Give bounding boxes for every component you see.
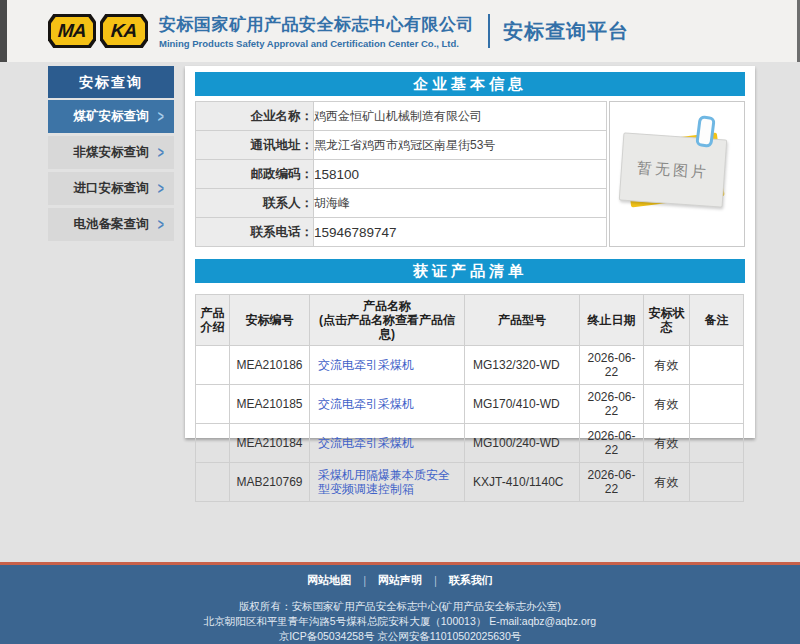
address-label: 通讯地址：	[196, 131, 314, 160]
phone-label: 联系电话：	[196, 218, 314, 247]
company-photo-placeholder: 暂无图片	[609, 101, 745, 247]
site-logo[interactable]: MA KA	[48, 14, 148, 48]
logo-ka-badge: KA	[100, 14, 148, 48]
table-row: 联系人： 胡海峰	[196, 189, 607, 218]
product-name-cell: 交流电牵引采煤机	[310, 385, 465, 424]
footer-links: 网站地图｜网站声明｜联系我们	[0, 573, 800, 588]
copyright-line-3: 京ICP备05034258号 京公网安备11010502025630号	[0, 629, 800, 644]
remark-cell	[690, 424, 744, 463]
copyright-line-1: 版权所有：安标国家矿用产品安全标志中心(矿用产品安全标志办公室)	[0, 599, 800, 614]
sidebar-item-import-query[interactable]: 进口安标查询 >	[48, 172, 174, 205]
page-title: 安标查询平台	[503, 18, 629, 45]
product-name-link[interactable]: 交流电牵引采煤机	[318, 397, 414, 411]
end-date-cell: 2026-06-22	[580, 463, 644, 502]
sidebar-item-noncoal-query[interactable]: 非煤安标查询 >	[48, 136, 174, 169]
product-intro-cell	[196, 424, 230, 463]
end-date-cell: 2026-06-22	[580, 346, 644, 385]
footer-link-contact[interactable]: 联系我们	[449, 574, 493, 586]
col-remark: 备注	[690, 295, 744, 346]
header-divider	[488, 14, 490, 48]
contact-person-label: 联系人：	[196, 189, 314, 218]
sidebar-item-label: 非煤安标查询	[74, 144, 149, 161]
product-name-link[interactable]: 交流电牵引采煤机	[318, 358, 414, 372]
cert-number-cell: MEA210186	[230, 346, 310, 385]
product-intro-cell	[196, 463, 230, 502]
no-image-text: 暂无图片	[636, 158, 709, 182]
sidebar-title: 安标查询	[48, 66, 174, 98]
table-row: MEA210185 交流电牵引采煤机 MG170/410-WD 2026-06-…	[196, 385, 744, 424]
copyright-line-2: 北京朝阳区和平里青年沟路5号煤科总院安科大厦（100013） E-mail:aq…	[0, 614, 800, 629]
company-info-area: 企业名称： 鸡西金恒矿山机械制造有限公司 通讯地址： 黑龙江省鸡西市鸡冠区南星街…	[195, 101, 745, 247]
end-date-cell: 2026-06-22	[580, 424, 644, 463]
footer-link-sitemap[interactable]: 网站地图	[307, 574, 351, 586]
logo-ka-text: KA	[110, 20, 137, 42]
cert-number-cell: MAB210769	[230, 463, 310, 502]
product-name-cell: 交流电牵引采煤机	[310, 346, 465, 385]
logo-ma-badge: MA	[48, 14, 96, 48]
chevron-right-icon: >	[158, 143, 164, 162]
chevron-right-icon: >	[158, 179, 164, 198]
table-row: 联系电话： 15946789747	[196, 218, 607, 247]
footer-separator: ｜	[359, 574, 370, 586]
status-cell: 有效	[644, 385, 690, 424]
product-model-cell: KXJT-410/1140C	[465, 463, 580, 502]
table-header-row: 产品介绍 安标编号 产品名称 (点击产品名称查看产品信息) 产品型号 终止日期 …	[196, 295, 744, 346]
product-model-cell: MG170/410-WD	[465, 385, 580, 424]
col-product-name-title: 产品名称	[312, 299, 462, 313]
window-edge-left	[0, 0, 7, 62]
product-model-cell: MG100/240-WD	[465, 424, 580, 463]
table-row: 通讯地址： 黑龙江省鸡西市鸡冠区南星街53号	[196, 131, 607, 160]
main-content-panel: 企业基本信息 企业名称： 鸡西金恒矿山机械制造有限公司 通讯地址： 黑龙江省鸡西…	[185, 66, 755, 438]
org-name-cn: 安标国家矿用产品安全标志中心有限公司	[159, 13, 474, 36]
company-info-table: 企业名称： 鸡西金恒矿山机械制造有限公司 通讯地址： 黑龙江省鸡西市鸡冠区南星街…	[195, 101, 607, 247]
status-cell: 有效	[644, 346, 690, 385]
phone-value: 15946789747	[314, 218, 607, 247]
remark-cell	[690, 385, 744, 424]
col-product-name-note: (点击产品名称查看产品信息)	[312, 313, 462, 341]
table-row: MEA210186 交流电牵引采煤机 MG132/320-WD 2026-06-…	[196, 346, 744, 385]
company-name-value: 鸡西金恒矿山机械制造有限公司	[314, 102, 607, 131]
col-end-date: 终止日期	[580, 295, 644, 346]
products-section-header: 获证产品清单	[195, 259, 745, 283]
sidebar-item-battery-query[interactable]: 电池备案查询 >	[48, 208, 174, 241]
col-product-intro: 产品介绍	[196, 295, 230, 346]
product-name-cell: 交流电牵引采煤机	[310, 424, 465, 463]
site-header: MA KA 安标国家矿用产品安全标志中心有限公司 Mining Products…	[0, 0, 800, 62]
product-name-link[interactable]: 交流电牵引采煤机	[318, 436, 414, 450]
sidebar-item-label: 煤矿安标查询	[74, 108, 149, 125]
company-name-label: 企业名称：	[196, 102, 314, 131]
footer-separator: ｜	[430, 574, 441, 586]
product-model-cell: MG132/320-WD	[465, 346, 580, 385]
table-row: 企业名称： 鸡西金恒矿山机械制造有限公司	[196, 102, 607, 131]
sidebar: 安标查询 煤矿安标查询 > 非煤安标查询 > 进口安标查询 > 电池备案查询 >	[48, 66, 174, 244]
postal-code-label: 邮政编码：	[196, 160, 314, 189]
footer-link-statement[interactable]: 网站声明	[378, 574, 422, 586]
col-cert-number: 安标编号	[230, 295, 310, 346]
sidebar-item-label: 进口安标查询	[74, 180, 149, 197]
remark-cell	[690, 463, 744, 502]
col-status: 安标状态	[644, 295, 690, 346]
site-footer: 网站地图｜网站声明｜联系我们 版权所有：安标国家矿用产品安全标志中心(矿用产品安…	[0, 562, 800, 644]
product-name-link[interactable]: 采煤机用隔爆兼本质安全型变频调速控制箱	[318, 468, 450, 496]
col-product-model: 产品型号	[465, 295, 580, 346]
product-name-cell: 采煤机用隔爆兼本质安全型变频调速控制箱	[310, 463, 465, 502]
chevron-right-icon: >	[158, 215, 164, 234]
status-cell: 有效	[644, 424, 690, 463]
product-intro-cell	[196, 385, 230, 424]
table-row: MEA210184 交流电牵引采煤机 MG100/240-WD 2026-06-…	[196, 424, 744, 463]
cert-number-cell: MEA210184	[230, 424, 310, 463]
status-cell: 有效	[644, 463, 690, 502]
remark-cell	[690, 346, 744, 385]
products-table: 产品介绍 安标编号 产品名称 (点击产品名称查看产品信息) 产品型号 终止日期 …	[195, 294, 744, 502]
address-value: 黑龙江省鸡西市鸡冠区南星街53号	[314, 131, 607, 160]
logo-ma-text: MA	[57, 20, 86, 42]
company-info-section-header: 企业基本信息	[195, 72, 745, 96]
cert-number-cell: MEA210185	[230, 385, 310, 424]
org-title-block: 安标国家矿用产品安全标志中心有限公司 Mining Products Safet…	[159, 13, 474, 49]
table-row: MAB210769 采煤机用隔爆兼本质安全型变频调速控制箱 KXJT-410/1…	[196, 463, 744, 502]
chevron-right-icon: >	[158, 107, 164, 126]
sidebar-item-coal-query[interactable]: 煤矿安标查询 >	[48, 100, 174, 133]
org-name-en: Mining Products Safety Approval and Cert…	[159, 38, 474, 49]
contact-person-value: 胡海峰	[314, 189, 607, 218]
end-date-cell: 2026-06-22	[580, 385, 644, 424]
